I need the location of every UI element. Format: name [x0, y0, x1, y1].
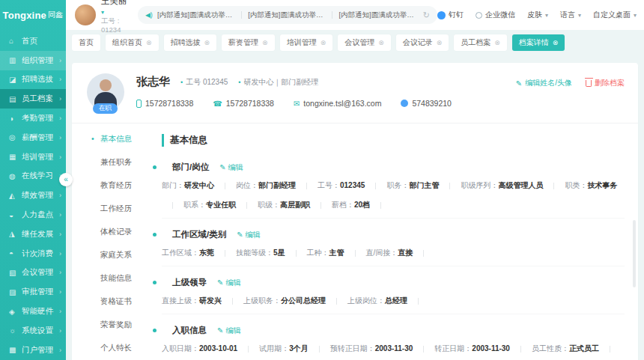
field-value: 高层副职	[280, 201, 310, 209]
sidebar-item-组织管理[interactable]: ▥组织管理›	[0, 51, 66, 70]
sidebar-item-系统设置[interactable]: ☼系统设置›	[0, 321, 66, 341]
edit-section-button[interactable]: ✎编辑	[237, 230, 260, 240]
profile-header: 在职 张志华 •工号 012345 •研发中心｜部门副经理 1572871833…	[87, 73, 625, 111]
close-icon[interactable]: ⊗	[204, 39, 210, 46]
employee-avatar[interactable]: 在职	[87, 73, 124, 111]
tab-档案详情[interactable]: 档案详情⊗	[512, 34, 565, 51]
close-icon[interactable]: ⊗	[146, 39, 152, 46]
close-icon[interactable]: ⊗	[494, 39, 500, 46]
close-icon[interactable]: ⊗	[378, 39, 384, 46]
contact-item: ☎15728718338	[213, 99, 274, 108]
sidebar-item-首页[interactable]: ⌂首页	[0, 31, 66, 51]
current-user-menu[interactable]: 王美丽 ▾ 工号 : 01234	[75, 0, 127, 34]
subnav-item-工作经历[interactable]: 工作经历	[91, 204, 151, 214]
tab-label: 培训管理	[287, 37, 317, 48]
tab-员工档案[interactable]: 员工档案⊗	[454, 34, 507, 51]
notice-item[interactable]: [内部通知]圆满成功举办省人协会员...	[157, 10, 235, 20]
sidebar-item-绩效管理[interactable]: ◭绩效管理›	[0, 186, 66, 205]
field-divider	[553, 183, 554, 189]
topbar-link-皮肤[interactable]: 皮肤▾	[527, 10, 548, 20]
sidebar-collapse-button[interactable]: «	[59, 173, 73, 186]
sidebar-item-审批管理[interactable]: ▨审批管理›	[0, 282, 66, 302]
topbar-link-钉钉[interactable]: 钉钉	[437, 10, 464, 20]
tab-招聘选拔[interactable]: 招聘选拔⊗	[164, 34, 217, 51]
topbar-link-语言[interactable]: 语言▾	[560, 10, 581, 20]
field-职务: 职务：部门主管	[386, 180, 439, 191]
field-value: 3个月	[289, 344, 309, 353]
edit-section-button[interactable]: ✎编辑	[217, 326, 240, 336]
tab-组织首页[interactable]: 组织首页⊗	[106, 34, 159, 51]
contact-row: 15728718338☎15728718338✉tongxine.tsl@163…	[136, 99, 516, 108]
sidebar-item-计次消费[interactable]: ◓计次消费›	[0, 244, 66, 263]
sidebar-item-考勤管理[interactable]: ◑考勤管理›	[0, 109, 66, 128]
field-divider	[355, 250, 356, 257]
field-label: 工作区域：	[162, 248, 199, 257]
tab-label: 会议记录	[403, 37, 433, 48]
refresh-icon[interactable]: ↻	[423, 10, 430, 20]
subnav-item-个人特长[interactable]: 个人特长	[91, 343, 151, 353]
notice-item[interactable]: [内部通知]圆满成功举办省人协会员...	[248, 10, 326, 20]
sidebar-item-薪酬管理[interactable]: ◎薪酬管理›	[0, 128, 66, 147]
sidebar-item-智能硬件[interactable]: ◈智能硬件›	[0, 302, 66, 321]
status-badge: 在职	[93, 103, 118, 114]
logo-text: Tongxine	[3, 10, 46, 21]
edit-section-button[interactable]: ✎编辑	[217, 278, 240, 288]
subnav-item-技能信息[interactable]: 技能信息	[91, 273, 151, 284]
delete-archive-button[interactable]: 删除档案	[586, 78, 625, 88]
notice-item[interactable]: [内部通知]圆满成功举办省人协会员...	[338, 10, 416, 20]
sidebar-item-人力盘点[interactable]: ◒人力盘点›	[0, 205, 66, 225]
section-header: 工作区域/类别✎编辑	[162, 229, 625, 240]
sidebar-item-继任发展[interactable]: ◮继任发展›	[0, 225, 66, 244]
subnav-item-家庭关系[interactable]: 家庭关系	[91, 250, 151, 260]
tab-会议管理[interactable]: 会议管理⊗	[338, 34, 391, 51]
field-value: 专业任职	[206, 201, 236, 209]
subnav-item-荣誉奖励[interactable]: 荣誉奖励	[91, 320, 151, 330]
contact-value: 15728718338	[145, 99, 193, 108]
subnav-item-资格证书[interactable]: 资格证书	[91, 296, 151, 307]
topbar-links: 钉钉企业微信皮肤▾语言▾自定义桌面▾	[437, 10, 637, 20]
sidebar-item-在线学习[interactable]: ◍在线学习›	[0, 167, 66, 186]
edit-name-avatar-button[interactable]: ✎ 编辑姓名/头像	[516, 78, 572, 88]
sidebar-item-培训管理[interactable]: ▦培训管理›	[0, 147, 66, 167]
tab-培训管理[interactable]: 培训管理⊗	[280, 34, 333, 51]
hardware-icon: ◈	[9, 308, 19, 316]
tab-首页[interactable]: 首页	[72, 34, 100, 51]
topbar-link-企业微信[interactable]: 企业微信	[476, 10, 515, 20]
field-list: 工作区域：东莞技能等级：5星工种：主管直/间接：直接	[162, 248, 625, 258]
subnav-item-教育经历[interactable]: 教育经历	[91, 180, 151, 191]
close-icon[interactable]: ⊗	[437, 39, 443, 46]
sidebar-item-会议管理[interactable]: ▧会议管理›	[0, 263, 66, 283]
contact-item: 15728718338	[136, 99, 193, 108]
profile-subnav: 基本信息兼任职务教育经历工作经历体检记录家庭关系技能信息资格证书荣誉奖励个人特长…	[87, 134, 151, 360]
trash-icon	[586, 80, 592, 87]
app-logo[interactable]: Tongxine 同鑫	[0, 0, 66, 30]
sidebar-item-label: 薪酬管理	[22, 132, 59, 143]
field-label: 试用期：	[259, 344, 289, 353]
edit-section-button[interactable]: ✎编辑	[219, 162, 243, 173]
sidebar-item-员工档案[interactable]: ▤员工档案›	[0, 89, 66, 109]
field-薪档: 薪档：20档	[332, 200, 370, 210]
tab-薪资管理[interactable]: 薪资管理⊗	[222, 34, 275, 51]
close-icon[interactable]: ⊗	[262, 39, 268, 46]
scrollbar-thumb[interactable]	[633, 220, 636, 287]
field-value: 2003-11-30	[375, 344, 413, 353]
field-label: 入职日期：	[162, 344, 199, 353]
section-header: 上级领导✎编辑	[162, 277, 625, 288]
sidebar-item-门户管理[interactable]: ▩门户管理›	[0, 341, 66, 360]
sidebar-item-招聘选拔[interactable]: ◪招聘选拔›	[0, 70, 66, 90]
chevron-right-icon: ›	[59, 327, 61, 335]
subnav-item-基本信息[interactable]: 基本信息	[91, 134, 151, 144]
contact-value: 574839210	[412, 99, 452, 108]
subnav-item-兼任职务[interactable]: 兼任职务	[91, 157, 151, 168]
field-divider	[423, 250, 424, 257]
sidebar-item-label: 继任发展	[22, 229, 59, 240]
field-label: 工种：	[307, 248, 329, 257]
field-转正日期: 转正日期：2003-11-30	[434, 344, 510, 354]
performance-icon: ◭	[9, 192, 19, 200]
close-icon[interactable]: ⊗	[553, 39, 559, 46]
topbar-link-自定义桌面[interactable]: 自定义桌面▾	[593, 10, 637, 20]
subnav-item-体检记录[interactable]: 体检记录	[91, 227, 151, 237]
tab-会议记录[interactable]: 会议记录⊗	[396, 34, 449, 51]
field-直/间接: 直/间接：直接	[366, 248, 413, 258]
close-icon[interactable]: ⊗	[321, 39, 326, 46]
